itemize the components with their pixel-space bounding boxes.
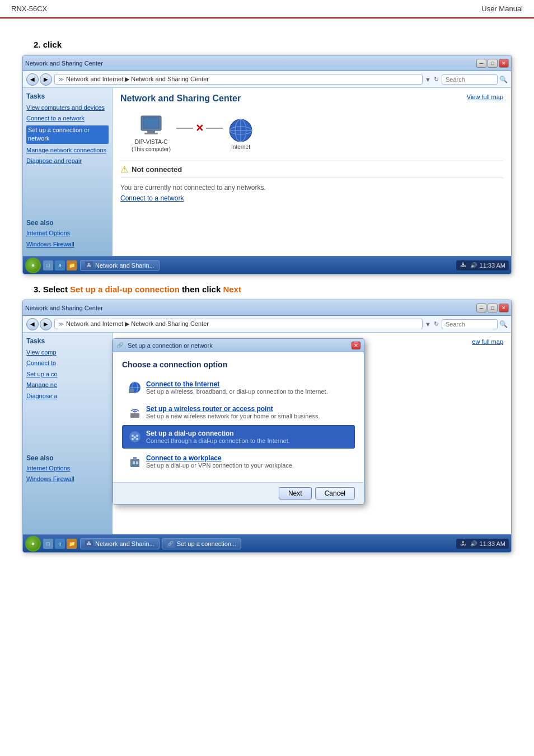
connect-network-link[interactable]: Connect to a network [120, 194, 184, 202]
system-tray: 🖧 🔊 11:33 AM [456, 260, 509, 270]
sidebar-link-setup[interactable]: Set up a connection or network [26, 125, 109, 144]
tray-vol-icon: 🔊 [470, 262, 477, 269]
back-button[interactable]: ◀ [26, 73, 39, 86]
view-full-map-link[interactable]: View full map [467, 94, 503, 100]
back-button2[interactable]: ◀ [26, 318, 39, 330]
window2: Network and Sharing Center ─ □ ✕ ◀ ▶ ≫ N… [22, 300, 512, 553]
globe-svg [228, 118, 253, 143]
address-path2[interactable]: ≫ Network and Internet ▶ Network and Sha… [54, 319, 423, 329]
titlebar-buttons: ─ □ ✕ [476, 59, 509, 68]
sidebar2-link-firewall[interactable]: Windows Firewall [26, 475, 109, 483]
dialup-option-svg [128, 430, 142, 444]
maximize-button2[interactable]: □ [488, 304, 498, 312]
choose-connection-title: Choose a connection option [122, 360, 355, 369]
search-icon[interactable]: 🔍 [499, 76, 508, 83]
start-button[interactable]: ● [25, 258, 41, 273]
nav-buttons: ◀ ▶ [26, 73, 52, 86]
refresh-icon2[interactable]: ↻ [434, 320, 439, 328]
taskbar-setup-item[interactable]: 🔗 Set up a connection... [162, 538, 241, 549]
forward-button2[interactable]: ▶ [40, 318, 52, 330]
tasks-section2: Tasks [26, 337, 109, 345]
close-button2[interactable]: ✕ [499, 304, 509, 312]
wireless-router-desc: Set up a new wireless network for your h… [146, 413, 349, 419]
search-input[interactable] [442, 74, 498, 85]
start-icon2: ● [31, 540, 35, 547]
search-dropdown2[interactable]: ▼ [425, 321, 431, 328]
folder-icon2[interactable]: 📁 [67, 539, 77, 549]
next-button[interactable]: Next [279, 487, 312, 500]
wireless-router-option[interactable]: Set up a wireless router or access point… [122, 400, 355, 424]
view-full-map-link2[interactable]: ew full map [472, 338, 503, 345]
sidebar2-link-diagnose[interactable]: Diagnose a [26, 392, 109, 400]
doc-title-left: RNX-56CX [11, 4, 47, 13]
internet-net-icon: Internet [228, 118, 253, 150]
svg-point-17 [136, 435, 138, 437]
minimize-button[interactable]: ─ [476, 59, 486, 68]
refresh-icon[interactable]: ↻ [434, 76, 439, 83]
sidebar2-link-connect[interactable]: Connect to [26, 359, 109, 367]
tray-vol-icon2: 🔊 [470, 540, 477, 548]
step3-prefix: 3. Select [34, 284, 70, 294]
not-connected-text: Not connected [132, 165, 182, 174]
dialog-close-button[interactable]: ✕ [352, 342, 360, 349]
address-text2: Network and Internet ▶ Network and Shari… [66, 320, 209, 328]
search-input2[interactable] [442, 319, 498, 329]
show-desktop-icon[interactable]: □ [43, 260, 53, 270]
workplace-desc: Set up a dial-up or VPN connection to yo… [146, 462, 349, 469]
clock: 11:33 AM [480, 262, 505, 269]
address-path[interactable]: ≫ Network and Internet ▶ Network and Sha… [54, 74, 423, 85]
internet-option-svg [128, 381, 142, 394]
ie-icon2[interactable]: e [55, 539, 65, 549]
search-dropdown[interactable]: ▼ [425, 76, 431, 83]
taskbar-network-item2[interactable]: 🖧 Network and Sharin... [80, 538, 160, 549]
tray-network-icon2: 🖧 [460, 540, 467, 548]
window1-title-text: Network and Sharing Center [25, 60, 103, 67]
taskbar-network-label2: Network and Sharin... [95, 540, 154, 547]
sidebar2-link-manage[interactable]: Manage ne [26, 381, 109, 389]
svg-point-20 [134, 436, 136, 438]
sidebar-link-manage[interactable]: Manage network connections [26, 146, 109, 155]
maximize-button[interactable]: □ [488, 59, 498, 68]
show-desktop-icon2[interactable]: □ [43, 539, 53, 549]
taskbar-items2: 🖧 Network and Sharin... 🔗 Set up a conne… [80, 538, 456, 549]
search-icon2[interactable]: 🔍 [499, 320, 508, 328]
sidebar-link-internet-options[interactable]: Internet Options [26, 229, 109, 237]
start-button2[interactable]: ● [25, 536, 41, 552]
connect-internet-icon [128, 381, 142, 394]
computer-net-icon: DIP-VISTA-C(This computer) [132, 115, 171, 153]
sidebar-link-view-computers[interactable]: View computers and devices [26, 104, 109, 112]
sidebar1: Tasks View computers and devices Connect… [23, 88, 113, 256]
sidebar-link-connect[interactable]: Connect to a network [26, 114, 109, 123]
cancel-button[interactable]: Cancel [315, 487, 355, 500]
sidebar-link-diagnose[interactable]: Diagnose and repair [26, 157, 109, 165]
connect-internet-option[interactable]: Connect to the Internet Set up a wireles… [122, 376, 355, 399]
step3-next: Next [223, 284, 241, 294]
sidebar2-link-internet[interactable]: Internet Options [26, 464, 109, 473]
taskbar-network-item[interactable]: 🖧 Network and Sharin... [80, 260, 160, 271]
quick-launch: □ e 📁 [43, 260, 77, 270]
quick-launch2: □ e 📁 [43, 539, 77, 549]
wireless-router-title: Set up a wireless router or access point [146, 405, 349, 413]
window2-titlebar: Network and Sharing Center ─ □ ✕ [23, 300, 511, 316]
folder-icon[interactable]: 📁 [67, 260, 77, 270]
dialup-icon [128, 430, 142, 444]
close-button[interactable]: ✕ [499, 59, 509, 68]
taskbar1: ● □ e 📁 🖧 Network and Sharin... 🖧 🔊 11:3… [23, 256, 511, 274]
window1-titlebar: Network and Sharing Center ─ □ ✕ [23, 55, 511, 71]
not-connected-icon: ⚠ [120, 164, 128, 175]
minimize-button2[interactable]: ─ [476, 304, 486, 312]
sidebar2-link-view[interactable]: View comp [26, 348, 109, 357]
sidebar2-link-setup[interactable]: Set up a co [26, 370, 109, 379]
nav-buttons2: ◀ ▶ [26, 318, 52, 330]
window1: Network and Sharing Center ─ □ ✕ ◀ ▶ ≫ N… [22, 55, 512, 274]
sidebar-link-windows-firewall[interactable]: Windows Firewall [26, 240, 109, 249]
connect-internet-text: Connect to the Internet Set up a wireles… [146, 380, 349, 395]
taskbar2: ● □ e 📁 🖧 Network and Sharin... 🔗 Set up… [23, 534, 511, 552]
workplace-option[interactable]: Connect to a workplace Set up a dial-up … [122, 450, 355, 473]
ie-icon[interactable]: e [55, 260, 65, 270]
forward-button[interactable]: ▶ [40, 73, 52, 86]
see-also-section: See also [26, 219, 109, 227]
window2-body: Tasks View comp Connect to Set up a co M… [23, 333, 511, 534]
dialog-footer: Next Cancel [113, 482, 364, 504]
dialup-option[interactable]: Set up a dial-up connection Connect thro… [122, 425, 355, 449]
